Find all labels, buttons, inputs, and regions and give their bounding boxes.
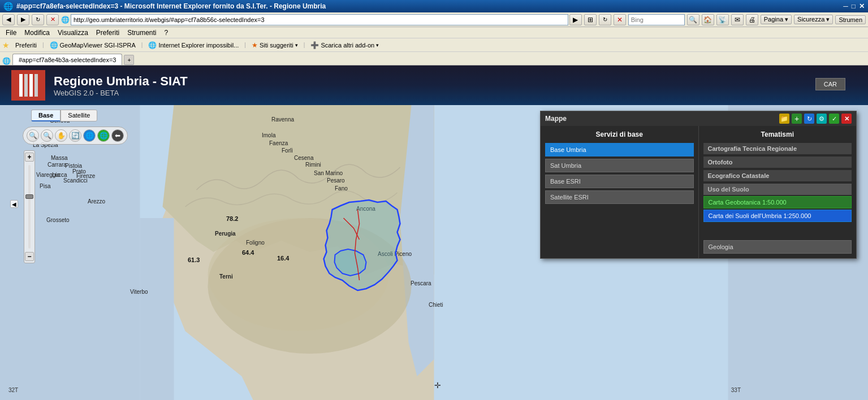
favorites-label[interactable]: Preferiti — [12, 41, 40, 50]
servizi-satellite-esri[interactable]: Satellite ESRI — [545, 190, 694, 204]
crosshair: ✛ — [434, 381, 441, 390]
fav-ie-impossibil[interactable]: 🌐 Internet Explorer impossibil... — [145, 40, 242, 50]
stat-64-4: 64.4 — [242, 249, 254, 256]
favorites-bar: ★ Preferiti | 🌐 GeoMapViewer SGI-ISPRA |… — [0, 38, 868, 52]
refresh-button[interactable]: ↻ — [32, 14, 44, 25]
servizi-base-esri[interactable]: Base ESRI — [545, 175, 694, 188]
svg-marker-4 — [140, 218, 174, 400]
mappe-folder-icon[interactable]: 📁 — [779, 114, 789, 124]
close-btn[interactable]: ✕ — [859, 2, 865, 10]
globe-btn-1[interactable]: 🌐 — [83, 129, 96, 142]
carta-geobotanica[interactable]: Carta Geobotanica 1:50.000 — [703, 196, 852, 208]
mappe-refresh-icon[interactable]: ↻ — [804, 114, 814, 124]
ecografico-header[interactable]: Ecografico Catastale — [703, 170, 852, 181]
servizi-sat-umbria[interactable]: Sat Umbria — [545, 159, 694, 172]
pan-btn[interactable]: ✋ — [55, 129, 67, 142]
city-firenze: Firenze — [76, 173, 95, 179]
compat-btn[interactable]: ⊞ — [584, 14, 597, 25]
search-input[interactable] — [628, 14, 685, 25]
zoom-minus-btn[interactable]: − — [25, 252, 34, 261]
tools-btn[interactable]: Strumen — [835, 15, 866, 24]
map-title-block: Regione Umbria - SIAT WebGIS 2.0 - BETA — [54, 74, 188, 97]
zoom-plus-btn[interactable]: + — [25, 153, 34, 162]
fav-arrow-3: ▾ — [295, 42, 298, 48]
mail-btn[interactable]: ✉ — [731, 14, 744, 25]
menu-file[interactable]: File — [2, 28, 20, 37]
city-forli: Forlì — [282, 147, 293, 154]
menu-help[interactable]: ? — [161, 28, 172, 37]
security-btn[interactable]: Sicurezza ▾ — [794, 15, 833, 24]
minimize-btn[interactable]: ─ — [843, 2, 848, 10]
city-viterbo: Viterbo — [130, 289, 148, 295]
city-arezzo: Arezzo — [88, 198, 105, 205]
window-title: #app=cf7a8efa-selectedIndex=3 - Microsof… — [16, 2, 326, 10]
carta-suoli[interactable]: Carta dei Suoli dell'Umbria 1:250.000 — [703, 210, 852, 222]
uso-suolo-header[interactable]: Uso del Suolo — [703, 184, 852, 195]
city-terni: Terni — [219, 273, 233, 280]
city-ravenna: Ravenna — [271, 116, 294, 123]
refresh-addr-btn[interactable]: ↻ — [599, 14, 611, 25]
city-faenza: Faenza — [269, 140, 288, 146]
back-button[interactable]: ◀ — [2, 14, 15, 25]
mappe-close-icon[interactable]: ✕ — [841, 114, 852, 124]
city-pesaro: Pesaro — [327, 177, 345, 184]
fav-geomapviewer[interactable]: 🌐 GeoMapViewer SGI-ISPRA — [46, 40, 139, 50]
ie-icon-1: 🌐 — [50, 41, 58, 49]
city-rimini: Rimini — [305, 162, 321, 168]
grid-label-33t: 33T — [731, 387, 741, 393]
maximize-btn[interactable]: □ — [852, 2, 856, 10]
forward-button[interactable]: ▶ — [17, 14, 29, 25]
map-tab-satellite[interactable]: Satellite — [61, 110, 97, 121]
city-foligno: Foligno — [246, 240, 265, 246]
mappe-ok-icon[interactable]: ✓ — [829, 114, 839, 124]
tematismi-header: Tematismi — [703, 131, 852, 138]
ortofoto-header[interactable]: Ortofoto — [703, 156, 852, 168]
main-content: Regione Umbria - SIAT WebGIS 2.0 - BETA … — [0, 66, 868, 400]
menu-visualizza[interactable]: Visualizza — [54, 28, 92, 37]
tab-bar: 🌐 #app=cf7a8e4b3a-selectedIndex=3 + — [0, 52, 868, 66]
refresh-map-btn[interactable]: 🔄 — [69, 129, 81, 142]
back-map-btn[interactable]: ⬅ — [111, 129, 124, 142]
favorites-star-icon: ★ — [2, 41, 10, 50]
fav-siti-suggeriti[interactable]: ★ Siti suggeriti ▾ — [248, 40, 301, 50]
menu-preferiti[interactable]: Preferiti — [93, 28, 123, 37]
tab-1[interactable]: #app=cf7a8e4b3a-selectedIndex=3 — [12, 54, 122, 65]
stop-button[interactable]: ✕ — [46, 14, 59, 25]
city-cesena: Cesena — [294, 155, 313, 161]
url-input[interactable] — [71, 14, 568, 25]
zoom-out-btn[interactable]: 🔍 — [41, 129, 53, 142]
mappe-settings-icon[interactable]: ⚙ — [817, 114, 827, 124]
new-tab-btn[interactable]: + — [124, 55, 134, 65]
menu-strumenti[interactable]: Strumenti — [124, 28, 159, 37]
fav-label-3: Siti suggeriti — [260, 42, 293, 49]
nav-left-arrow[interactable]: ◀ — [10, 200, 18, 208]
feeds-btn[interactable]: 📡 — [716, 14, 729, 25]
zoom-thumb[interactable] — [25, 194, 33, 199]
addon-icon: ➕ — [310, 41, 319, 49]
mappe-panel: Mappe 📁 + ↻ ⚙ ✓ ✕ Servizi di base Base U… — [540, 111, 857, 259]
go-button[interactable]: ▶ — [569, 14, 582, 25]
globe-btn-2[interactable]: 🌐 — [97, 129, 110, 142]
ie-icon-2: 🌐 — [148, 41, 157, 49]
fav-separator-2: | — [141, 42, 143, 48]
page-btn[interactable]: Pagina ▾ — [761, 15, 792, 24]
carto-button[interactable]: CAR — [815, 78, 845, 90]
print-btn[interactable]: 🖨 — [746, 14, 758, 25]
map-zoom-controls: 🔍 🔍 ✋ 🔄 🌐 🌐 ⬅ — [23, 127, 128, 145]
map-tab-base[interactable]: Base — [31, 110, 61, 121]
zoom-in-btn[interactable]: 🔍 — [27, 129, 39, 142]
geologia-item[interactable]: Geologia — [703, 240, 852, 254]
home-btn[interactable]: 🏠 — [702, 14, 714, 25]
servizi-base-umbria[interactable]: Base Umbria — [545, 143, 694, 156]
stat-16-4: 16.4 — [277, 255, 289, 262]
fav-separator-4: | — [304, 42, 305, 48]
cartografia-header[interactable]: Cartografia Tecnica Regionale — [703, 143, 852, 154]
search-button[interactable]: 🔍 — [687, 14, 699, 25]
fav-separator-3: | — [244, 42, 246, 48]
stop-addr-btn[interactable]: ✕ — [614, 14, 626, 25]
fav-label-1: GeoMapViewer SGI-ISPRA — [60, 42, 136, 49]
mappe-add-icon[interactable]: + — [792, 114, 802, 124]
city-sanmarino: San Marino — [314, 170, 343, 176]
menu-modifica[interactable]: Modifica — [21, 28, 53, 37]
fav-scarica-addon[interactable]: ➕ Scarica altri add-on ▾ — [307, 40, 382, 50]
